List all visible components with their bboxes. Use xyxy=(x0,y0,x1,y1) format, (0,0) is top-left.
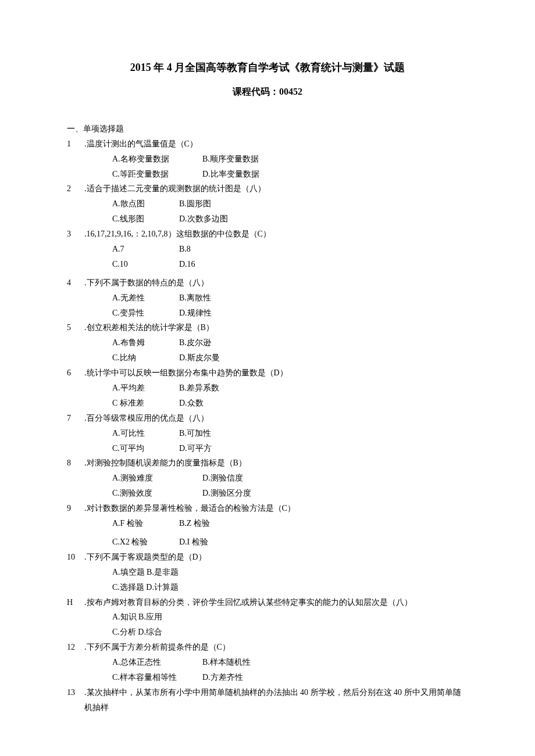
option: D.16 xyxy=(179,257,246,272)
option-line: A.平均差B.差异系数 xyxy=(67,381,468,396)
option: C.比纳 xyxy=(112,350,179,366)
question-number: 3 xyxy=(67,227,76,242)
option: C.选择题 D.计算题 xyxy=(112,580,179,595)
option-line: A.知识 B.应用 xyxy=(67,610,468,625)
option: D.规律性 xyxy=(179,306,246,321)
question-stem: .创立积差相关法的统计学家是（B） xyxy=(84,320,468,335)
question-stem: .按布卢姆对教育目标的分类，评价学生回忆或辨认某些特定事实的能力的认知层次是（八… xyxy=(84,595,468,610)
option-line: A.7B.8 xyxy=(67,242,468,257)
option: D.方差齐性 xyxy=(202,670,293,685)
option: D.测验区分度 xyxy=(202,486,293,501)
option: A.名称变量数据 xyxy=(112,152,202,167)
question-row: 10.下列不属于客观题类型的是（D） xyxy=(67,550,468,565)
question-number: 9 xyxy=(67,501,76,516)
option: B.圆形图 xyxy=(179,196,246,212)
question-row: 5.创立积差相关法的统计学家是（B） xyxy=(67,320,468,335)
option: B.离散性 xyxy=(179,291,246,306)
question-stem: .下列不属于数据的特点的是（八） xyxy=(84,275,468,291)
question-row: 6.统计学中可以反映一组数据分布集中趋势的量数是（D） xyxy=(67,366,468,381)
question-stem: .对测验控制随机误差能力的度量指标是（B） xyxy=(84,456,468,471)
question-number: 13 xyxy=(67,685,76,700)
question-number: 1 xyxy=(67,137,76,152)
course-code: 课程代码：00452 xyxy=(67,83,468,101)
option-line: C.线形图D.次数多边图 xyxy=(67,212,468,227)
question-stem: .适合于描述二元变量的观测数据的统计图是（八） xyxy=(84,181,468,196)
option: D.次数多边图 xyxy=(179,212,246,227)
question-row: 12.下列不属于方差分析前提条件的是（C） xyxy=(67,640,468,655)
question-stem: .下列不属于方差分析前提条件的是（C） xyxy=(84,640,468,655)
option-line: A.F 检验B.Z 检验 xyxy=(67,516,468,531)
option: C.样本容量相等性 xyxy=(112,670,202,685)
question-stem: .统计学中可以反映一组数据分布集中趋势的量数是（D） xyxy=(84,366,468,381)
option-line: C.选择题 D.计算题 xyxy=(67,580,468,595)
question-row: 2.适合于描述二元变量的观测数据的统计图是（八） xyxy=(67,181,468,196)
questions-container: 1.温度计测出的气温量值是（C）A.名称变量数据B.顺序变量数据C.等距变量数据… xyxy=(67,137,468,715)
option: D.可平方 xyxy=(179,441,246,456)
option: C.10 xyxy=(112,257,179,272)
question-row: 1.温度计测出的气温量值是（C） xyxy=(67,137,468,152)
question-number: 6 xyxy=(67,366,76,381)
option-line: C.X2 检验D.I 检验 xyxy=(67,535,468,550)
option-line: A.可比性B.可加性 xyxy=(67,426,468,441)
option: A.无差性 xyxy=(112,291,179,306)
question-stem: .16,17,21,9,16,：2,10,7,8）这组数据的中位数是（C） xyxy=(84,227,468,242)
option-line: C 标准差D.众数 xyxy=(67,396,468,411)
option-line: C.变异性D.规律性 xyxy=(67,306,468,321)
option: A.测验难度 xyxy=(112,471,202,486)
option: A.F 检验 xyxy=(112,516,179,531)
option-line: A.填空题 B.是非题 xyxy=(67,565,468,580)
option: C.分析 D.综合 xyxy=(112,625,162,640)
option-line: A.布鲁姆B.皮尔逊 xyxy=(67,335,468,350)
option-line: C.分析 D.综合 xyxy=(67,625,468,640)
option: D.比率变量数据 xyxy=(202,167,293,182)
option: A.总体正态性 xyxy=(112,655,202,670)
option-line: C.10D.16 xyxy=(67,257,468,272)
option: B.8 xyxy=(179,242,246,257)
exam-title: 2015 年 4 月全国高等教育自学考试《教育统计与测量》试题 xyxy=(67,58,468,77)
question-row: 4.下列不属于数据的特点的是（八） xyxy=(67,275,468,291)
option: C.测验效度 xyxy=(112,486,202,501)
option: B.Z 检验 xyxy=(179,516,246,531)
option-line: C.等距变量数据D.比率变量数据 xyxy=(67,167,468,182)
question-row: 9.对计数数据的差异显著性检验，最适合的检验方法是（C） xyxy=(67,501,468,516)
option: B.皮尔逊 xyxy=(179,335,246,350)
option-line: C.测验效度D.测验区分度 xyxy=(67,486,468,501)
question-number: 2 xyxy=(67,181,76,196)
option: D.众数 xyxy=(179,396,246,411)
option: A.布鲁姆 xyxy=(112,335,179,350)
option-line: A.测验难度D.测验信度 xyxy=(67,471,468,486)
option: C.X2 检验 xyxy=(112,535,179,550)
option: D.I 检验 xyxy=(179,535,246,550)
option: A.可比性 xyxy=(112,426,179,441)
option-line: A.名称变量数据B.顺序变量数据 xyxy=(67,152,468,167)
option: C 标准差 xyxy=(112,396,179,411)
question-row: 3.16,17,21,9,16,：2,10,7,8）这组数据的中位数是（C） xyxy=(67,227,468,242)
question-row: 7.百分等级常模应用的优点是（八） xyxy=(67,411,468,426)
question-number: 8 xyxy=(67,456,76,471)
question-number: H xyxy=(67,595,76,610)
option: B.样本随机性 xyxy=(202,655,293,670)
question-number: 12 xyxy=(67,640,76,655)
option: C.等距变量数据 xyxy=(112,167,202,182)
question-stem: .温度计测出的气温量值是（C） xyxy=(84,137,468,152)
option-line: C.可平均D.可平方 xyxy=(67,441,468,456)
option: A.平均差 xyxy=(112,381,179,396)
question-row: 8.对测验控制随机误差能力的度量指标是（B） xyxy=(67,456,468,471)
option: C.变异性 xyxy=(112,306,179,321)
option-line: A.总体正态性B.样本随机性 xyxy=(67,655,468,670)
option-line: A.无差性B.离散性 xyxy=(67,291,468,306)
question-row: 13.某次抽样中，从某市所有小学中用简单随机抽样的办法抽出 40 所学校，然后分… xyxy=(67,685,468,715)
option: B.差异系数 xyxy=(179,381,246,396)
option: B.顺序变量数据 xyxy=(202,152,293,167)
section-heading: 一、单项选择题 xyxy=(67,121,468,137)
option: C.线形图 xyxy=(112,212,179,227)
option: A.知识 B.应用 xyxy=(112,610,162,625)
option: C.可平均 xyxy=(112,441,179,456)
question-number: 4 xyxy=(67,275,76,291)
question-number: 7 xyxy=(67,411,76,426)
question-stem: .某次抽样中，从某市所有小学中用简单随机抽样的办法抽出 40 所学校，然后分别在… xyxy=(84,685,468,715)
option-line: C.样本容量相等性D.方差齐性 xyxy=(67,670,468,685)
question-row: H.按布卢姆对教育目标的分类，评价学生回忆或辨认某些特定事实的能力的认知层次是（… xyxy=(67,595,468,610)
option: D.斯皮尔曼 xyxy=(179,350,246,366)
option: A.填空题 B.是非题 xyxy=(112,565,179,580)
